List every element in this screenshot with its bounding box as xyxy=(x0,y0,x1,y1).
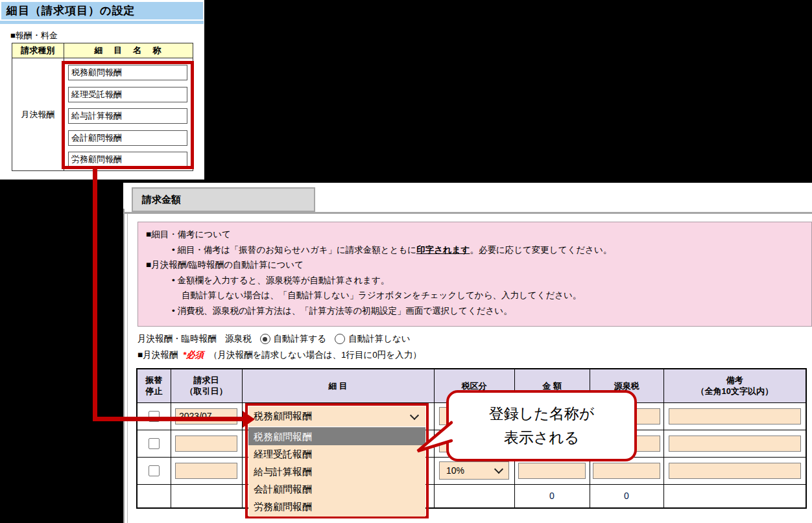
callout-balloon: 登録した名称が 表示される xyxy=(446,390,637,461)
radio-auto-calc-off[interactable] xyxy=(335,334,345,344)
radio-auto-calc-on[interactable] xyxy=(260,334,270,344)
fee-table-header: 請求種別 細 目 名 称 xyxy=(12,43,193,58)
notice-text: 金額欄を入力すると、源泉税等が自動計算されます。 xyxy=(178,275,390,285)
col-header-stop: 振替停止 xyxy=(137,369,171,402)
section-label: ■報酬・料金 xyxy=(10,30,58,41)
stop-checkbox-row2[interactable] xyxy=(149,438,160,449)
bullet-icon: • xyxy=(172,306,175,316)
monthly-fee-label: ■月決報酬 xyxy=(137,350,178,360)
notice-bullet-1: • 細目・備考は「振替のお知らせハガキ」に請求金額とともに印字されます。必要に応… xyxy=(146,242,804,258)
title-underline xyxy=(0,21,204,24)
notice-heading-1: ■細目・備考について xyxy=(146,227,804,242)
amount-input-row3[interactable] xyxy=(518,463,586,479)
remarks-input-row1[interactable] xyxy=(669,408,801,424)
notice-text: 細目・備考は「振替のお知らせハガキ」に請求金額とともに xyxy=(178,245,417,255)
callout-line-2: 表示される xyxy=(504,428,580,448)
annotation-arrow-icon xyxy=(243,411,255,428)
required-badge: *必須 xyxy=(183,350,204,360)
notice-heading-2: ■月決報酬/臨時報酬の自動計算について xyxy=(146,257,804,273)
dropdown-option[interactable]: 経理受託報酬 xyxy=(248,445,425,463)
tax-select-value: 10% xyxy=(446,465,464,476)
item-dropdown-annotation-box: 税務顧問報酬 税務顧問報酬 経理受託報酬 給与計算報酬 会計顧問報酬 労務顧問報… xyxy=(245,403,429,518)
panel-left-border xyxy=(123,209,125,523)
notice-text: 消費税、源泉税の計算方法は、「計算方法等の初期設定」画面で選択してください。 xyxy=(178,306,512,316)
tax-select-row3[interactable]: 10% xyxy=(439,461,509,480)
totals-row: 0 0 xyxy=(137,484,806,508)
notice-emphasis: 印字されます xyxy=(416,245,470,255)
date-input-row2[interactable] xyxy=(175,436,237,452)
panel-title: 細目（請求項目）の設定 xyxy=(1,2,203,19)
withholding-total: 0 xyxy=(590,484,663,508)
annotation-highlight-box xyxy=(62,61,194,169)
amount-total: 0 xyxy=(514,484,590,508)
radio-auto-calc-on-label[interactable]: 自動計算する xyxy=(274,333,327,345)
bullet-icon: • xyxy=(172,275,175,285)
panel-left-border-inner xyxy=(127,213,128,523)
callout-tail xyxy=(415,419,454,456)
bullet-icon: • xyxy=(172,245,175,255)
notice-text: 。必要に応じて変更してください。 xyxy=(470,245,612,255)
monthly-fee-heading: ■月決報酬 *必須 （月決報酬を請求しない場合は、1行目に0円を入力） xyxy=(137,349,422,361)
tab-divider xyxy=(123,212,812,214)
radio-auto-calc-off-label[interactable]: 自動計算しない xyxy=(348,333,410,345)
col-header-item: 細 目 xyxy=(242,369,434,402)
col-header-remarks: 備考（全角10文字以内） xyxy=(663,369,806,402)
item-select-value: 税務顧問報酬 xyxy=(254,410,312,423)
remarks-input-row2[interactable] xyxy=(669,436,801,452)
name-header-cell: 細 目 名 称 xyxy=(64,43,193,58)
col-header-date: 請求日（取引日） xyxy=(171,369,242,402)
chevron-down-icon xyxy=(494,465,503,474)
type-header-cell: 請求種別 xyxy=(12,43,64,58)
remarks-input-row3[interactable] xyxy=(669,463,801,479)
dropdown-option[interactable]: 労務顧問報酬 xyxy=(248,498,425,515)
date-input-row1[interactable] xyxy=(175,408,237,424)
annotation-connector-vertical xyxy=(93,167,97,421)
withholding-auto-calc-row: 月決報酬・臨時報酬 源泉税 自動計算する 自動計算しない xyxy=(137,332,411,346)
dropdown-option[interactable]: 会計顧問報酬 xyxy=(248,480,425,498)
item-dropdown-list: 税務顧問報酬 経理受託報酬 給与計算報酬 会計顧問報酬 労務顧問報酬 xyxy=(248,427,425,517)
withholding-input-row3[interactable] xyxy=(593,463,660,479)
item-settings-panel: 細目（請求項目）の設定 ■報酬・料金 請求種別 細 目 名 称 月決報酬 xyxy=(0,0,204,180)
monthly-fee-note: （月決報酬を請求しない場合は、1行目に0円を入力） xyxy=(209,350,422,360)
notice-bullet-2: • 金額欄を入力すると、源泉税等が自動計算されます。 xyxy=(146,273,804,288)
notice-continuation: 自動計算しない場合は、「自動計算しない」ラジオボタンをチェックしてから、入力して… xyxy=(146,288,804,303)
billing-amount-panel: 請求金額 ■細目・備考について • 細目・備考は「振替のお知らせハガキ」に請求金… xyxy=(123,183,812,523)
annotation-connector-horizontal xyxy=(93,417,246,421)
notice-box: ■細目・備考について • 細目・備考は「振替のお知らせハガキ」に請求金額とともに… xyxy=(137,222,812,327)
callout-line-1: 登録した名称が xyxy=(489,404,595,424)
date-input-row3[interactable] xyxy=(175,463,237,479)
stop-checkbox-row3[interactable] xyxy=(149,465,160,476)
notice-bullet-3: • 消費税、源泉税の計算方法は、「計算方法等の初期設定」画面で選択してください。 xyxy=(146,303,804,319)
dropdown-option[interactable]: 給与計算報酬 xyxy=(248,463,425,480)
item-select-row1[interactable]: 税務顧問報酬 xyxy=(248,406,425,426)
tab-billing-amount[interactable]: 請求金額 xyxy=(132,187,315,212)
withholding-label: 月決報酬・臨時報酬 源泉税 xyxy=(137,333,252,345)
dropdown-option[interactable]: 税務顧問報酬 xyxy=(248,428,425,445)
billing-type-label: 月決報酬 xyxy=(12,58,64,170)
